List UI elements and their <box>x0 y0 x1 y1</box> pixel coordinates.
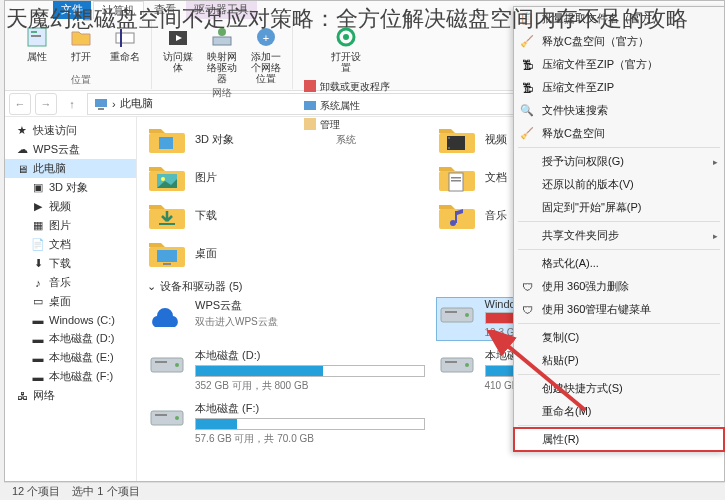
sidebar-item-9[interactable]: ▭桌面 <box>5 292 136 311</box>
ribbon-btn-manage[interactable]: 管理 <box>301 115 342 133</box>
svg-point-46 <box>465 363 469 367</box>
sidebar-item-5[interactable]: ▦图片 <box>5 216 136 235</box>
folder-desk[interactable]: 桌面 <box>147 237 425 269</box>
sidebar-item-1[interactable]: ☁WPS云盘 <box>5 140 136 159</box>
status-selection: 选中 1 个项目 <box>72 484 139 499</box>
menu-separator <box>518 323 720 324</box>
svg-text:+: + <box>263 32 269 44</box>
ribbon-tab-view[interactable]: 查看 <box>146 1 184 19</box>
drive-4[interactable]: 本地磁盘 (F:)57.6 GB 可用，共 70.0 GB <box>147 401 425 446</box>
svg-rect-32 <box>159 223 175 225</box>
svg-rect-37 <box>157 250 177 262</box>
menu-separator <box>518 425 720 426</box>
svg-rect-23 <box>448 147 450 149</box>
ribbon-btn-open[interactable]: 打开 <box>61 23 101 64</box>
drive-usage-bar <box>195 365 425 377</box>
drv-icon: ▬ <box>31 313 45 327</box>
menu-item-13[interactable]: 格式化(A)... <box>514 252 724 275</box>
menu-separator <box>518 221 720 222</box>
menu-item-7[interactable]: 授予访问权限(G) <box>514 150 724 173</box>
drive-icon <box>147 401 187 431</box>
ribbon-btn-rename[interactable]: 重命名 <box>105 23 145 64</box>
svg-rect-17 <box>98 108 104 110</box>
svg-point-8 <box>218 28 226 36</box>
ribbon-btn-map-drive[interactable]: 映射网络驱动器 <box>202 23 242 86</box>
svg-rect-38 <box>163 263 171 265</box>
sidebar-item-4[interactable]: ▶视频 <box>5 197 136 216</box>
ribbon-group-network: 访问媒体 映射网络驱动器 +添加一个网络位置 网络 <box>152 21 293 89</box>
menu-item-20[interactable]: 创建快捷方式(S) <box>514 377 724 400</box>
drive-0[interactable]: WPS云盘双击进入WPS云盘 <box>147 298 425 340</box>
menu-item-8[interactable]: 还原以前的版本(V) <box>514 173 724 196</box>
ribbon-btn-properties[interactable]: 属性 <box>17 23 57 64</box>
sidebar-item-10[interactable]: ▬Windows (C:) <box>5 311 136 329</box>
drive-usage-bar <box>195 418 425 430</box>
drive-2[interactable]: 本地磁盘 (D:)352 GB 可用，共 800 GB <box>147 348 425 393</box>
nav-back[interactable]: ← <box>9 93 31 115</box>
menu-item-1[interactable]: 🧹释放C盘空间（官方） <box>514 30 724 53</box>
sidebar-item-2[interactable]: 🖥此电脑 <box>5 159 136 178</box>
sidebar-item-14[interactable]: 🖧网络 <box>5 386 136 405</box>
svg-rect-50 <box>155 414 167 416</box>
drive-icon <box>437 298 477 328</box>
svg-point-40 <box>465 313 469 317</box>
ribbon-group-location: 属性 打开 重命名 位置 <box>11 21 152 89</box>
menu-item-21[interactable]: 重命名(M) <box>514 400 724 423</box>
svg-point-26 <box>161 177 165 181</box>
video-icon: ▶ <box>31 200 45 214</box>
ribbon-btn-settings[interactable]: 打开设置 <box>326 23 366 75</box>
svg-rect-13 <box>304 80 316 92</box>
menu-item-0[interactable]: 📋批量提取文件名（官方） <box>514 7 724 30</box>
sidebar: ★快速访问☁WPS云盘🖥此电脑▣3D 对象▶视频▦图片📄文档⬇下载♪音乐▭桌面▬… <box>5 117 137 481</box>
folder-icon <box>437 161 477 193</box>
svg-rect-19 <box>159 137 173 149</box>
sidebar-item-6[interactable]: 📄文档 <box>5 235 136 254</box>
uninstall-icon <box>303 79 317 93</box>
360-icon: 🛡 <box>520 303 534 317</box>
sidebar-item-12[interactable]: ▬本地磁盘 (E:) <box>5 348 136 367</box>
folder-pic[interactable]: 图片 <box>147 161 425 193</box>
media-icon <box>166 25 190 49</box>
menu-item-18[interactable]: 粘贴(P) <box>514 349 724 372</box>
sidebar-item-7[interactable]: ⬇下载 <box>5 254 136 273</box>
sidebar-item-0[interactable]: ★快速访问 <box>5 121 136 140</box>
menu-item-15[interactable]: 🛡使用 360管理右键菜单 <box>514 298 724 321</box>
sidebar-item-3[interactable]: ▣3D 对象 <box>5 178 136 197</box>
menu-item-17[interactable]: 复制(C) <box>514 326 724 349</box>
menu-item-4[interactable]: 🔍文件快速搜索 <box>514 99 724 122</box>
drv-icon: ▬ <box>31 370 45 384</box>
ribbon-btn-sysprops[interactable]: 系统属性 <box>301 96 362 114</box>
folder-icon <box>147 237 187 269</box>
menu-item-2[interactable]: 🗜压缩文件至ZIP（官方） <box>514 53 724 76</box>
ribbon-tab-file[interactable]: 文件 <box>53 1 91 19</box>
ribbon-tab-drive-tools[interactable]: 驱动器工具 <box>186 1 257 19</box>
ribbon-btn-uninstall[interactable]: 卸载或更改程序 <box>301 77 392 95</box>
nav-forward[interactable]: → <box>35 93 57 115</box>
svg-rect-28 <box>449 173 463 191</box>
music-icon: ♪ <box>31 276 45 290</box>
ribbon-btn-add-location[interactable]: +添加一个网络位置 <box>246 23 286 86</box>
sidebar-item-8[interactable]: ♪音乐 <box>5 273 136 292</box>
sidebar-item-13[interactable]: ▬本地磁盘 (F:) <box>5 367 136 386</box>
menu-separator <box>518 374 720 375</box>
svg-rect-47 <box>445 361 457 363</box>
folder-dl[interactable]: 下载 <box>147 199 425 231</box>
svg-point-49 <box>175 416 179 420</box>
folder-icon <box>437 123 477 155</box>
svg-rect-7 <box>213 37 231 45</box>
svg-rect-35 <box>455 211 457 223</box>
menu-item-5[interactable]: 🧹释放C盘空间 <box>514 122 724 145</box>
menu-item-9[interactable]: 固定到"开始"屏幕(P) <box>514 196 724 219</box>
menu-item-23[interactable]: 属性(R) <box>514 428 724 451</box>
menu-item-3[interactable]: 🗜压缩文件至ZIP <box>514 76 724 99</box>
ribbon-tab-computer[interactable]: 计算机 <box>93 1 144 19</box>
pc-icon <box>94 97 108 111</box>
free-icon: 🧹 <box>520 127 534 141</box>
rename-icon <box>113 25 137 49</box>
menu-item-14[interactable]: 🛡使用 360强力删除 <box>514 275 724 298</box>
sidebar-item-11[interactable]: ▬本地磁盘 (D:) <box>5 329 136 348</box>
ribbon-btn-media[interactable]: 访问媒体 <box>158 23 198 75</box>
menu-item-11[interactable]: 共享文件夹同步 <box>514 224 724 247</box>
svg-rect-16 <box>95 99 107 107</box>
nav-up[interactable]: ↑ <box>61 93 83 115</box>
